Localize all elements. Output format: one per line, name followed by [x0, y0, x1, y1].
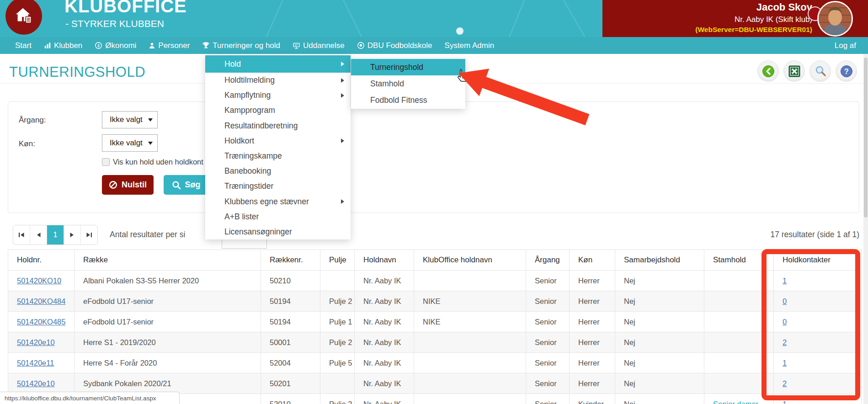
- menu-item-banebooking[interactable]: Banebooking: [205, 164, 351, 179]
- cell-holdnr[interactable]: 501420e11: [8, 353, 75, 373]
- nav-item-log-af[interactable]: Log af: [835, 41, 856, 50]
- cell-holdnr[interactable]: 501420KO484: [8, 291, 75, 312]
- user-avatar[interactable]: [817, 1, 853, 37]
- person-icon: [149, 42, 155, 49]
- cell-link[interactable]: 1: [783, 400, 787, 404]
- pager-next-button[interactable]: [64, 225, 81, 245]
- pager-last-button[interactable]: [81, 225, 97, 245]
- search-button[interactable]: Søg: [164, 175, 208, 195]
- nav-item-dbu-fodboldskole[interactable]: DBU Fodboldskole: [357, 41, 432, 50]
- submenu-item-fodbold-fitness[interactable]: Fodbold Fitness: [351, 92, 465, 109]
- menu-item-klubbens-egne-st-vner[interactable]: Klubbens egne stævner: [205, 194, 351, 209]
- cell-link[interactable]: 501420e11: [17, 359, 54, 367]
- cell-holdnr[interactable]: 501420KO10: [8, 271, 75, 291]
- menu-item-kampprogram[interactable]: Kampprogram: [205, 103, 351, 118]
- menu-item-holdtilmelding[interactable]: Holdtilmelding: [205, 73, 351, 88]
- cell-link[interactable]: 0: [783, 297, 787, 305]
- koen-select-value: Ikke valgt: [110, 138, 143, 148]
- cell-stamhold: [704, 373, 774, 394]
- menu-item-licensans-gninger[interactable]: Licensansøgninger: [205, 224, 351, 239]
- cell-link[interactable]: 501420KO484: [17, 297, 65, 305]
- cell-link[interactable]: 2: [783, 338, 787, 346]
- koen-select[interactable]: Ikke valgt: [102, 134, 158, 152]
- cell-holdnavn: Nr. Aaby IK: [355, 291, 414, 312]
- search-lens-button[interactable]: [809, 60, 831, 82]
- nav-item-klubben[interactable]: Klubben: [44, 41, 82, 50]
- cell-samarbejdshold: Nej: [615, 353, 704, 373]
- pager-prev-button[interactable]: [30, 225, 47, 245]
- cell-holdnr[interactable]: 501420e10: [8, 373, 75, 394]
- cell-link[interactable]: Senior damer: [713, 400, 758, 404]
- nav-item-turneringer-og-hold[interactable]: Turneringer og hold: [202, 41, 280, 50]
- switch-club-link[interactable]: (Skift klub): [776, 15, 812, 24]
- nav-item-label: Uddannelse: [303, 41, 345, 50]
- menu-item-label: Træningskampe: [224, 151, 282, 161]
- cell-text: Pulje 1: [329, 318, 352, 326]
- per-page-label: Antal resultater per si: [110, 230, 185, 239]
- page-toolbar: ?: [757, 60, 857, 82]
- nav-item-konomi[interactable]: $Økonomi: [95, 41, 136, 50]
- menu-item-kampflytning[interactable]: Kampflytning: [205, 88, 351, 103]
- cell-holdnr[interactable]: 501420KO485: [8, 312, 75, 332]
- back-button[interactable]: [757, 60, 779, 82]
- screen-icon: [293, 42, 300, 49]
- cell-k-n: Herrer: [570, 312, 615, 332]
- cell-stamhold[interactable]: Senior damer: [704, 394, 774, 404]
- nav-item-label: Turneringer og hold: [213, 41, 280, 50]
- cell-holdnr[interactable]: 501420e10: [8, 332, 75, 353]
- cell-rgang: Senior: [526, 291, 570, 312]
- cell-link[interactable]: 0: [783, 318, 787, 326]
- cell-kluboffice-holdnavn: NIKE: [414, 291, 526, 312]
- menu-item-label: A+B lister: [224, 212, 259, 222]
- cell-link[interactable]: 1: [783, 276, 787, 285]
- menu-item-resultatindberetning[interactable]: Resultatindberetning: [205, 118, 351, 133]
- cell-k-n: Herrer: [570, 332, 615, 353]
- submenu-arrow-icon: [341, 93, 344, 98]
- vertical-scrollbar[interactable]: [863, 54, 868, 404]
- club-name: Nr. Aaby IK: [735, 15, 773, 24]
- pager-first-button[interactable]: [13, 225, 30, 245]
- cell-link[interactable]: 501420e10: [17, 379, 55, 388]
- nav-item-personer[interactable]: Personer: [149, 41, 190, 50]
- menu-item-hold[interactable]: Hold: [205, 55, 351, 73]
- submenu-item-turneringshold[interactable]: Turneringshold: [351, 59, 465, 75]
- nav-item-start[interactable]: Start: [15, 41, 32, 50]
- menu-item-label: Klubbens egne stævner: [224, 197, 309, 207]
- cell-link[interactable]: 501420KO10: [17, 276, 61, 285]
- server-info: (WebServer=DBU-WEBSERVER01): [695, 26, 812, 34]
- cell-r-kke: eFodbold U17-senior: [75, 291, 261, 312]
- cell-kluboffice-holdnavn: [414, 394, 526, 404]
- cell-pulje: Pulje 2: [320, 291, 355, 312]
- no-contacts-checkbox[interactable]: [102, 158, 110, 166]
- excel-export-button[interactable]: [783, 60, 805, 82]
- cell-holdkontakter[interactable]: 0: [774, 291, 862, 312]
- help-button[interactable]: ?: [836, 60, 857, 82]
- menu-item-a-b-lister[interactable]: A+B lister: [205, 209, 351, 224]
- cell-holdkontakter[interactable]: 1: [774, 394, 862, 404]
- scrollbar-thumb[interactable]: [864, 58, 868, 218]
- cell-holdkontakter[interactable]: 0: [774, 312, 862, 332]
- cell-rgang: Senior: [526, 373, 570, 394]
- cell-link[interactable]: 1: [783, 359, 787, 367]
- cell-holdkontakter[interactable]: 1: [774, 353, 862, 373]
- cell-holdkontakter[interactable]: 2: [774, 373, 862, 394]
- cell-holdkontakter[interactable]: 2: [774, 332, 862, 353]
- cell-link[interactable]: 2: [783, 379, 787, 388]
- menu-item-tr-ningstider[interactable]: Træningstider: [205, 179, 351, 194]
- cell-holdkontakter[interactable]: 1: [774, 271, 862, 291]
- reset-button[interactable]: Nulstil: [102, 175, 154, 195]
- stands-icon: [44, 42, 51, 49]
- pager-current-page[interactable]: 1: [47, 225, 64, 245]
- cell-link[interactable]: 501420KO485: [17, 318, 65, 326]
- search-icon: [172, 181, 181, 190]
- nav-item-system-admin[interactable]: System Admin: [445, 41, 495, 50]
- menu-item-tr-ningskampe[interactable]: Træningskampe: [205, 149, 351, 164]
- table-row: 501420KO485eFodbold U17-senior50194Pulje…: [8, 312, 862, 332]
- aargang-select-value: Ikke valgt: [110, 115, 143, 124]
- aargang-select[interactable]: Ikke valgt: [102, 111, 158, 128]
- menu-item-holdkort[interactable]: Holdkort: [205, 133, 351, 149]
- cell-link[interactable]: 501420e10: [17, 338, 55, 346]
- cell-rgang: Senior: [526, 353, 570, 373]
- submenu-item-stamhold[interactable]: Stamhold: [351, 75, 465, 92]
- nav-item-uddannelse[interactable]: Uddannelse: [293, 41, 345, 50]
